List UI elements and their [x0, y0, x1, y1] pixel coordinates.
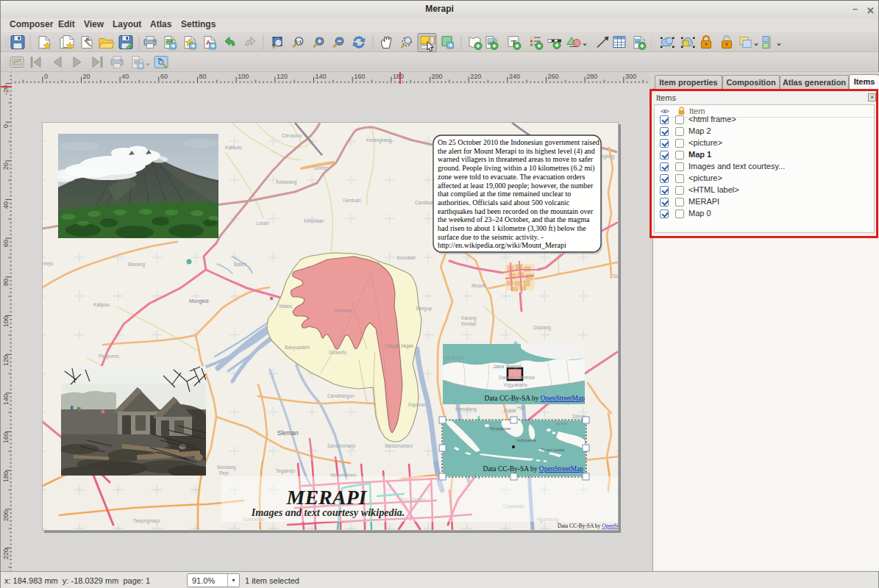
svg-text:ground. People living within a: ground. People living within a 10 kilome… [438, 164, 594, 173]
svg-text:On 25 October 2010 the Indones: On 25 October 2010 the Indonesian govern… [438, 138, 599, 146]
svg-text:the weekend of 23–24 October,: the weekend of 23–24 October, and that t… [438, 215, 590, 223]
svg-text:Mungkid: Mungkid [189, 298, 209, 304]
svg-text:180: 180 [2, 471, 10, 482]
svg-text:Kapuran: Kapuran [408, 402, 427, 408]
svg-text:40: 40 [121, 73, 129, 80]
svg-text:60: 60 [2, 240, 10, 247]
svg-text:Citrosono: Citrosono [282, 133, 302, 138]
svg-text:100: 100 [2, 316, 10, 327]
svg-text:Tanjungharjo: Tanjungharjo [133, 518, 160, 524]
svg-text:120: 120 [277, 73, 288, 80]
svg-text:260: 260 [548, 73, 559, 80]
svg-text:MERAPI: MERAPI [286, 486, 368, 509]
svg-text:Yogyakarta: Yogyakarta [503, 382, 527, 388]
svg-text:Bawang: Bawang [128, 262, 146, 268]
svg-text:Data CC-By-SA by OpenStreetMap: Data CC-By-SA by OpenStreetMap [485, 395, 586, 402]
svg-text:Wates: Wates [279, 304, 292, 309]
svg-text:240: 240 [509, 73, 520, 80]
svg-text:140: 140 [2, 394, 10, 405]
svg-text:Daerah Istimewa: Daerah Istimewa [499, 375, 535, 380]
svg-text:that complied at the time rema: that complied at the time remained uncle… [438, 190, 571, 198]
svg-text:Data CC-By-SA by OpenStreetMap: Data CC-By-SA by OpenStreetMap [483, 465, 584, 473]
svg-text:80: 80 [2, 279, 10, 286]
svg-text:Kalikuto: Kalikuto [225, 145, 242, 150]
svg-text:warned villagers in threatened: warned villagers in threatened areas to … [438, 155, 594, 163]
svg-text:Surodadi: Surodadi [396, 255, 416, 260]
svg-text:Ketawang: Ketawang [276, 179, 297, 185]
svg-text:Timor-Leste: Timor-Leste [541, 447, 565, 452]
svg-text:120: 120 [2, 355, 10, 366]
svg-text:Wedomartani: Wedomartani [385, 443, 413, 448]
svg-text:Girirejo: Girirejo [313, 165, 329, 171]
svg-text:300: 300 [625, 73, 636, 80]
svg-text:http://en.wikipedia.org/wiki/M: http://en.wikipedia.org/wiki/Mount_Merap… [438, 241, 566, 249]
svg-text:Karang: Karang [461, 315, 477, 321]
svg-text:Candisari: Candisari [415, 200, 435, 205]
svg-text:200: 200 [2, 510, 10, 521]
svg-text:Candirangun: Candirangun [327, 393, 355, 399]
svg-text:Bateh: Bateh [234, 262, 246, 267]
svg-text:40: 40 [2, 201, 10, 209]
svg-text:60: 60 [160, 73, 168, 80]
svg-text:160: 160 [354, 73, 365, 80]
svg-text:authorities. Officials said ab: authorities. Officials said about 500 vo… [438, 198, 570, 207]
svg-text:Musuk: Musuk [471, 283, 486, 288]
svg-text:surface due to the seismic act: surface due to the seismic activity. - [438, 233, 543, 241]
svg-text:the alert for Mount Merapi to: the alert for Mount Merapi to its highes… [438, 147, 595, 156]
svg-text:earthquakes had been recorded: earthquakes had been recorded on the mou… [438, 207, 594, 215]
svg-text:0: 0 [44, 73, 48, 80]
svg-text:Sendang: Sendang [217, 465, 236, 470]
svg-text:Kemalang: Kemalang [455, 406, 477, 412]
svg-text:Rejo: Rejo [219, 470, 229, 476]
svg-text:140: 140 [316, 73, 327, 80]
svg-text:280: 280 [586, 73, 597, 80]
svg-text:had risen to about 1 kilometre: had risen to about 1 kilometre (3,300 ft… [438, 224, 586, 233]
svg-text:Gerduan: Gerduan [343, 198, 361, 203]
svg-text:Tegalrejo: Tegalrejo [276, 468, 295, 474]
svg-text:Paripurno: Paripurno [99, 354, 119, 359]
svg-text:nrejo: nrejo [43, 261, 54, 267]
svg-text:220: 220 [470, 73, 481, 80]
svg-text:Singapore: Singapore [490, 426, 511, 431]
svg-text:Haji: Haji [517, 405, 525, 411]
svg-text:affected at least 19,000 peopl: affected at least 19,000 people; however… [438, 182, 594, 190]
svg-text:100: 100 [238, 73, 249, 80]
svg-text:wa Barat: wa Barat [444, 355, 464, 360]
svg-text:220: 220 [2, 548, 10, 559]
svg-text:Ketundan: Ketundan [304, 218, 324, 223]
svg-text:Sangup: Sangup [416, 306, 432, 312]
svg-text:Losari: Losari [256, 220, 268, 226]
svg-text:20: 20 [83, 73, 90, 80]
svg-text:Data CC-By-SA by OpenStreetMap: Data CC-By-SA by OpenStreetMap [558, 523, 618, 529]
svg-text:Sleman: Sleman [277, 429, 299, 437]
svg-text:Sam: Sam [613, 273, 618, 279]
svg-text:Sardonoharjo: Sardonoharjo [327, 443, 356, 449]
svg-text:Kemiren: Kemiren [335, 308, 352, 313]
svg-text:180: 180 [393, 73, 404, 80]
svg-text:Images and text courtesy wikip: Images and text courtesy wikipedia. [251, 506, 405, 518]
svg-text:Glagah Hujan: Glagah Hujan [385, 343, 414, 349]
svg-text:Banyuadem: Banyuadem [285, 345, 310, 351]
svg-text:Gatak: Gatak [504, 408, 517, 413]
svg-text:200: 200 [432, 73, 443, 80]
svg-text:Girikerto: Girikerto [329, 350, 347, 355]
svg-text:zone were told to evacuate. Th: zone were told to evacuate. The evacuati… [438, 173, 585, 181]
svg-text:aysia: aysia [556, 420, 567, 426]
svg-text:80: 80 [199, 73, 207, 80]
svg-text:160: 160 [2, 432, 10, 443]
svg-text:Doplang: Doplang [533, 325, 551, 331]
svg-text:Kerangkeng: Kerangkeng [366, 137, 392, 143]
svg-text:Indonesia: Indonesia [516, 437, 536, 442]
svg-text:Jawa Tengah: Jawa Tengah [492, 364, 522, 370]
svg-text:Kalijoso: Kalijoso [93, 302, 110, 308]
svg-text:1:1: 1:1 [296, 40, 302, 44]
svg-text:Kendal: Kendal [461, 321, 476, 326]
svg-text:0: 0 [2, 124, 10, 128]
svg-text:20: 20 [2, 162, 10, 170]
